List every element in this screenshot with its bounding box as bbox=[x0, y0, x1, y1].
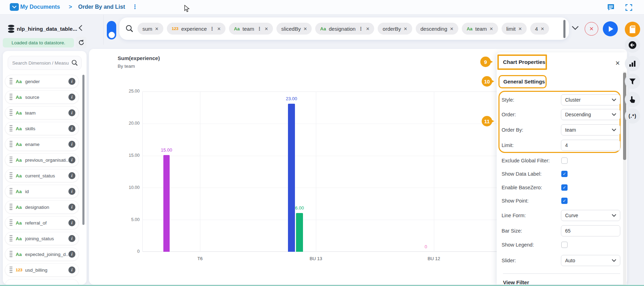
chip-remove-icon[interactable]: × bbox=[217, 26, 221, 32]
order-select[interactable]: Descending bbox=[561, 109, 620, 120]
chip-menu-icon[interactable]: ⋮ bbox=[210, 26, 215, 31]
folder-dropdown-icon[interactable] bbox=[10, 3, 19, 11]
info-icon[interactable]: i bbox=[68, 266, 75, 273]
drag-handle-icon[interactable] bbox=[9, 109, 13, 117]
info-icon[interactable]: i bbox=[68, 235, 75, 242]
drag-handle-icon[interactable] bbox=[9, 140, 13, 148]
drag-handle-icon[interactable] bbox=[9, 93, 13, 101]
chip-menu-icon[interactable]: ⋮ bbox=[257, 26, 262, 31]
query-chip[interactable]: 4× bbox=[530, 23, 549, 35]
drag-handle-icon[interactable] bbox=[9, 78, 13, 85]
nlp-query-bar[interactable]: sum× 123experience⋮× Aateam⋮× slicedBy× … bbox=[119, 17, 569, 40]
limit-input[interactable] bbox=[561, 140, 620, 151]
field-row-referral-of[interactable]: Aareferral_ofi bbox=[5, 216, 79, 229]
collapse-sidebar-icon[interactable] bbox=[79, 25, 85, 31]
query-chip[interactable]: Aateam× bbox=[462, 23, 498, 35]
show-point-checkbox[interactable]: ✓ bbox=[561, 198, 568, 204]
chip-remove-icon[interactable]: × bbox=[404, 26, 407, 32]
select-interact-button[interactable] bbox=[625, 92, 640, 107]
drag-handle-icon[interactable] bbox=[9, 250, 13, 258]
drag-handle-icon[interactable] bbox=[9, 172, 13, 179]
field-row-source[interactable]: Aasourcei bbox=[5, 90, 79, 104]
search-dimension-input[interactable] bbox=[8, 56, 82, 70]
datastore-card-button[interactable] bbox=[625, 22, 640, 37]
show-legend-checkbox[interactable] bbox=[561, 242, 568, 248]
enable-basezero-checkbox[interactable]: ✓ bbox=[561, 184, 568, 191]
chip-menu-icon[interactable]: ⋮ bbox=[358, 26, 363, 31]
info-icon[interactable]: i bbox=[68, 125, 75, 132]
info-icon[interactable]: i bbox=[68, 204, 75, 211]
bar-BU13-series1[interactable] bbox=[288, 104, 295, 252]
line-form-select[interactable]: Curve bbox=[561, 210, 620, 221]
info-icon[interactable]: i bbox=[68, 172, 75, 179]
exclude-global-filter-checkbox[interactable] bbox=[561, 157, 568, 164]
field-row-team[interactable]: Aateami bbox=[5, 106, 79, 119]
drag-handle-icon[interactable] bbox=[9, 156, 13, 164]
query-bar-scrollbar[interactable] bbox=[563, 20, 565, 38]
field-row-partial[interactable] bbox=[5, 279, 79, 285]
info-icon[interactable]: i bbox=[68, 188, 75, 195]
field-row-skills[interactable]: Aaskillsi bbox=[5, 122, 79, 135]
query-chip[interactable]: limit× bbox=[502, 23, 527, 35]
sidebar-scrollbar[interactable] bbox=[82, 75, 84, 225]
fullscreen-icon[interactable] bbox=[626, 4, 632, 11]
drag-handle-icon[interactable] bbox=[9, 235, 13, 242]
query-chip[interactable]: orderBy× bbox=[378, 23, 412, 35]
query-chip[interactable]: Aadesignation⋮× bbox=[315, 23, 374, 35]
info-icon[interactable]: i bbox=[68, 219, 75, 226]
filter-button[interactable] bbox=[625, 74, 640, 89]
undo-back-button[interactable] bbox=[625, 37, 640, 53]
run-query-button[interactable] bbox=[603, 21, 618, 36]
chip-remove-icon[interactable]: × bbox=[304, 26, 307, 32]
field-row-expected-joining-date[interactable]: Aaexpected_joining_d...i bbox=[5, 248, 79, 261]
field-row-gender[interactable]: Aagenderi bbox=[5, 75, 79, 88]
document-menu-icon[interactable]: ⋮ bbox=[132, 3, 138, 10]
breadcrumb-current[interactable]: Order By and List bbox=[78, 4, 125, 10]
query-chip[interactable]: descending× bbox=[416, 23, 458, 35]
query-chip[interactable]: sum× bbox=[138, 23, 163, 35]
drag-handle-icon[interactable] bbox=[9, 125, 13, 132]
bar-BU13-series2[interactable] bbox=[296, 213, 303, 252]
drag-handle-icon[interactable] bbox=[9, 266, 13, 274]
field-row-usd-billing[interactable]: 123usd_billingi bbox=[5, 263, 79, 277]
query-chip[interactable]: Aateam⋮× bbox=[229, 23, 273, 35]
info-icon[interactable]: i bbox=[68, 251, 75, 258]
close-icon[interactable]: × bbox=[615, 59, 620, 68]
drag-handle-icon[interactable] bbox=[9, 203, 13, 211]
query-mode-toggle[interactable] bbox=[107, 21, 116, 39]
info-icon[interactable]: i bbox=[68, 156, 75, 163]
info-icon[interactable]: i bbox=[68, 94, 75, 101]
style-select[interactable]: Cluster bbox=[561, 94, 620, 105]
chart-type-button[interactable] bbox=[625, 56, 640, 71]
query-chip[interactable]: slicedBy× bbox=[276, 23, 312, 35]
order-by-select[interactable]: team bbox=[561, 124, 620, 135]
field-row-id[interactable]: Aaidi bbox=[5, 185, 79, 198]
chip-remove-icon[interactable]: × bbox=[265, 26, 268, 32]
show-data-label-checkbox[interactable]: ✓ bbox=[561, 171, 568, 177]
info-icon[interactable]: i bbox=[68, 141, 75, 148]
field-row-joining-status[interactable]: Aajoining_statusi bbox=[5, 232, 79, 245]
drag-handle-icon[interactable] bbox=[9, 188, 13, 195]
expand-query-icon[interactable] bbox=[572, 26, 579, 30]
chip-remove-icon[interactable]: × bbox=[518, 26, 522, 32]
clear-query-button[interactable]: × bbox=[585, 22, 598, 36]
comments-icon[interactable] bbox=[607, 3, 615, 12]
chip-remove-icon[interactable]: × bbox=[155, 26, 158, 32]
breadcrumb-root[interactable]: My Documents bbox=[20, 4, 60, 10]
field-row-designation[interactable]: Aadesignationi bbox=[5, 200, 79, 214]
bar-size-input[interactable] bbox=[561, 225, 620, 236]
regex-button[interactable]: (.*) bbox=[625, 108, 640, 124]
drag-handle-icon[interactable] bbox=[9, 219, 13, 227]
chip-remove-icon[interactable]: × bbox=[366, 26, 370, 32]
chip-remove-icon[interactable]: × bbox=[450, 26, 453, 32]
chip-remove-icon[interactable]: × bbox=[541, 26, 544, 32]
info-icon[interactable]: i bbox=[68, 109, 75, 116]
refresh-datastore-button[interactable] bbox=[76, 37, 87, 49]
query-chip[interactable]: 123experience⋮× bbox=[167, 23, 225, 35]
field-row-previous-organisation[interactable]: Aaprevious_organisati...i bbox=[5, 153, 79, 167]
slider-select[interactable]: Auto bbox=[561, 255, 620, 266]
field-row-current-status[interactable]: Aacurrent_statusi bbox=[5, 169, 79, 182]
info-icon[interactable]: i bbox=[68, 78, 75, 85]
bar-T6[interactable] bbox=[163, 155, 170, 252]
chip-remove-icon[interactable]: × bbox=[490, 26, 493, 32]
